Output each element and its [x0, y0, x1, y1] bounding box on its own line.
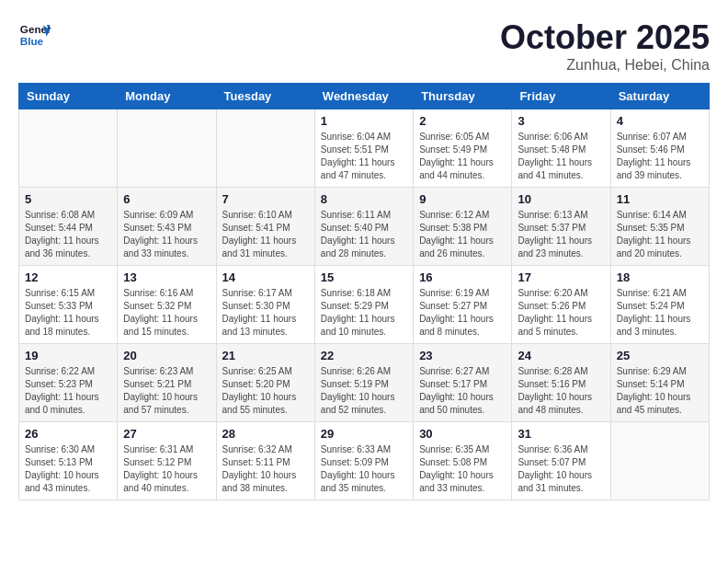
day-info: Sunrise: 6:32 AMSunset: 5:11 PMDaylight:… — [222, 443, 309, 495]
day-number: 17 — [518, 270, 604, 284]
weekday-header-wednesday: Wednesday — [314, 84, 413, 109]
calendar-cell: 17Sunrise: 6:20 AMSunset: 5:26 PMDayligh… — [512, 266, 610, 344]
day-info: Sunrise: 6:04 AMSunset: 5:51 PMDaylight:… — [321, 131, 407, 182]
day-number: 5 — [25, 192, 111, 206]
day-info: Sunrise: 6:20 AMSunset: 5:26 PMDaylight:… — [518, 287, 604, 339]
day-number: 30 — [419, 427, 506, 441]
calendar-cell: 13Sunrise: 6:16 AMSunset: 5:32 PMDayligh… — [118, 266, 216, 344]
calendar-week-row: 1Sunrise: 6:04 AMSunset: 5:51 PMDaylight… — [19, 109, 710, 188]
day-info: Sunrise: 6:35 AMSunset: 5:08 PMDaylight:… — [419, 443, 506, 495]
calendar-cell: 21Sunrise: 6:25 AMSunset: 5:20 PMDayligh… — [216, 344, 314, 422]
day-info: Sunrise: 6:33 AMSunset: 5:09 PMDaylight:… — [321, 443, 407, 495]
calendar-cell: 31Sunrise: 6:36 AMSunset: 5:07 PMDayligh… — [512, 422, 610, 500]
calendar-week-row: 5Sunrise: 6:08 AMSunset: 5:44 PMDaylight… — [19, 188, 710, 266]
calendar-cell: 30Sunrise: 6:35 AMSunset: 5:08 PMDayligh… — [414, 422, 512, 500]
day-info: Sunrise: 6:15 AMSunset: 5:33 PMDaylight:… — [25, 287, 111, 339]
day-number: 10 — [518, 192, 604, 206]
calendar-cell: 12Sunrise: 6:15 AMSunset: 5:33 PMDayligh… — [19, 266, 118, 344]
day-info: Sunrise: 6:23 AMSunset: 5:21 PMDaylight:… — [123, 365, 210, 417]
day-info: Sunrise: 6:27 AMSunset: 5:17 PMDaylight:… — [419, 365, 506, 417]
weekday-header-thursday: Thursday — [414, 84, 512, 109]
day-info: Sunrise: 6:19 AMSunset: 5:27 PMDaylight:… — [419, 287, 506, 339]
calendar-cell: 28Sunrise: 6:32 AMSunset: 5:11 PMDayligh… — [216, 422, 314, 500]
day-number: 23 — [419, 349, 506, 362]
calendar-cell — [19, 109, 118, 188]
logo: General Blue — [18, 18, 51, 52]
calendar-cell: 10Sunrise: 6:13 AMSunset: 5:37 PMDayligh… — [512, 188, 610, 266]
calendar-cell: 1Sunrise: 6:04 AMSunset: 5:51 PMDaylight… — [314, 109, 413, 188]
day-info: Sunrise: 6:18 AMSunset: 5:29 PMDaylight:… — [321, 287, 407, 339]
day-number: 7 — [222, 192, 309, 206]
day-info: Sunrise: 6:16 AMSunset: 5:32 PMDaylight:… — [123, 287, 210, 339]
day-info: Sunrise: 6:26 AMSunset: 5:19 PMDaylight:… — [321, 365, 407, 417]
calendar-cell: 18Sunrise: 6:21 AMSunset: 5:24 PMDayligh… — [610, 266, 709, 344]
calendar-cell: 16Sunrise: 6:19 AMSunset: 5:27 PMDayligh… — [414, 266, 512, 344]
day-info: Sunrise: 6:21 AMSunset: 5:24 PMDaylight:… — [617, 287, 703, 339]
day-number: 22 — [321, 349, 407, 362]
day-info: Sunrise: 6:22 AMSunset: 5:23 PMDaylight:… — [25, 365, 111, 417]
day-info: Sunrise: 6:31 AMSunset: 5:12 PMDaylight:… — [123, 443, 210, 495]
calendar-cell: 14Sunrise: 6:17 AMSunset: 5:30 PMDayligh… — [216, 266, 314, 344]
calendar-cell: 6Sunrise: 6:09 AMSunset: 5:43 PMDaylight… — [118, 188, 216, 266]
day-number: 8 — [321, 192, 407, 206]
day-info: Sunrise: 6:30 AMSunset: 5:13 PMDaylight:… — [25, 443, 111, 495]
calendar-cell: 5Sunrise: 6:08 AMSunset: 5:44 PMDaylight… — [19, 188, 118, 266]
day-number: 25 — [617, 349, 703, 362]
calendar-cell: 2Sunrise: 6:05 AMSunset: 5:49 PMDaylight… — [414, 109, 512, 188]
day-number: 12 — [25, 270, 111, 284]
day-info: Sunrise: 6:09 AMSunset: 5:43 PMDaylight:… — [123, 209, 210, 260]
calendar-cell: 3Sunrise: 6:06 AMSunset: 5:48 PMDaylight… — [512, 109, 610, 188]
logo-icon: General Blue — [18, 18, 51, 52]
calendar-cell — [610, 422, 709, 500]
weekday-header-tuesday: Tuesday — [216, 84, 314, 109]
title-area: October 2025 Zunhua, Hebei, China — [500, 18, 710, 74]
day-number: 19 — [25, 349, 111, 362]
calendar-cell: 23Sunrise: 6:27 AMSunset: 5:17 PMDayligh… — [414, 344, 512, 422]
day-number: 29 — [321, 427, 407, 441]
calendar-cell: 15Sunrise: 6:18 AMSunset: 5:29 PMDayligh… — [314, 266, 413, 344]
day-number: 20 — [123, 349, 210, 362]
svg-text:Blue: Blue — [20, 35, 44, 47]
calendar-cell: 25Sunrise: 6:29 AMSunset: 5:14 PMDayligh… — [610, 344, 709, 422]
day-info: Sunrise: 6:06 AMSunset: 5:48 PMDaylight:… — [518, 131, 604, 182]
day-info: Sunrise: 6:17 AMSunset: 5:30 PMDaylight:… — [222, 287, 309, 339]
day-info: Sunrise: 6:14 AMSunset: 5:35 PMDaylight:… — [617, 209, 703, 260]
day-number: 1 — [321, 114, 407, 128]
day-number: 6 — [123, 192, 210, 206]
day-info: Sunrise: 6:29 AMSunset: 5:14 PMDaylight:… — [617, 365, 703, 417]
day-number: 21 — [222, 349, 309, 362]
calendar-cell: 20Sunrise: 6:23 AMSunset: 5:21 PMDayligh… — [118, 344, 216, 422]
calendar-cell: 19Sunrise: 6:22 AMSunset: 5:23 PMDayligh… — [19, 344, 118, 422]
calendar-week-row: 19Sunrise: 6:22 AMSunset: 5:23 PMDayligh… — [19, 344, 710, 422]
calendar-cell: 24Sunrise: 6:28 AMSunset: 5:16 PMDayligh… — [512, 344, 610, 422]
day-info: Sunrise: 6:12 AMSunset: 5:38 PMDaylight:… — [419, 209, 506, 260]
day-info: Sunrise: 6:11 AMSunset: 5:40 PMDaylight:… — [321, 209, 407, 260]
day-info: Sunrise: 6:28 AMSunset: 5:16 PMDaylight:… — [518, 365, 604, 417]
calendar-cell: 4Sunrise: 6:07 AMSunset: 5:46 PMDaylight… — [610, 109, 709, 188]
day-number: 31 — [518, 427, 604, 441]
day-number: 13 — [123, 270, 210, 284]
weekday-header-sunday: Sunday — [19, 84, 118, 109]
day-number: 11 — [617, 192, 703, 206]
day-number: 3 — [518, 114, 604, 128]
calendar-cell: 9Sunrise: 6:12 AMSunset: 5:38 PMDaylight… — [414, 188, 512, 266]
day-number: 9 — [419, 192, 506, 206]
day-number: 16 — [419, 270, 506, 284]
day-number: 27 — [123, 427, 210, 441]
weekday-header-row: SundayMondayTuesdayWednesdayThursdayFrid… — [19, 84, 710, 109]
month-title: October 2025 — [500, 18, 710, 57]
calendar-week-row: 26Sunrise: 6:30 AMSunset: 5:13 PMDayligh… — [19, 422, 710, 500]
calendar-cell: 22Sunrise: 6:26 AMSunset: 5:19 PMDayligh… — [314, 344, 413, 422]
day-number: 4 — [617, 114, 703, 128]
day-number: 18 — [617, 270, 703, 284]
calendar-cell: 26Sunrise: 6:30 AMSunset: 5:13 PMDayligh… — [19, 422, 118, 500]
calendar-week-row: 12Sunrise: 6:15 AMSunset: 5:33 PMDayligh… — [19, 266, 710, 344]
day-info: Sunrise: 6:25 AMSunset: 5:20 PMDaylight:… — [222, 365, 309, 417]
day-number: 14 — [222, 270, 309, 284]
day-number: 24 — [518, 349, 604, 362]
calendar-cell — [118, 109, 216, 188]
day-info: Sunrise: 6:10 AMSunset: 5:41 PMDaylight:… — [222, 209, 309, 260]
day-number: 2 — [419, 114, 506, 128]
day-info: Sunrise: 6:13 AMSunset: 5:37 PMDaylight:… — [518, 209, 604, 260]
calendar-cell: 27Sunrise: 6:31 AMSunset: 5:12 PMDayligh… — [118, 422, 216, 500]
